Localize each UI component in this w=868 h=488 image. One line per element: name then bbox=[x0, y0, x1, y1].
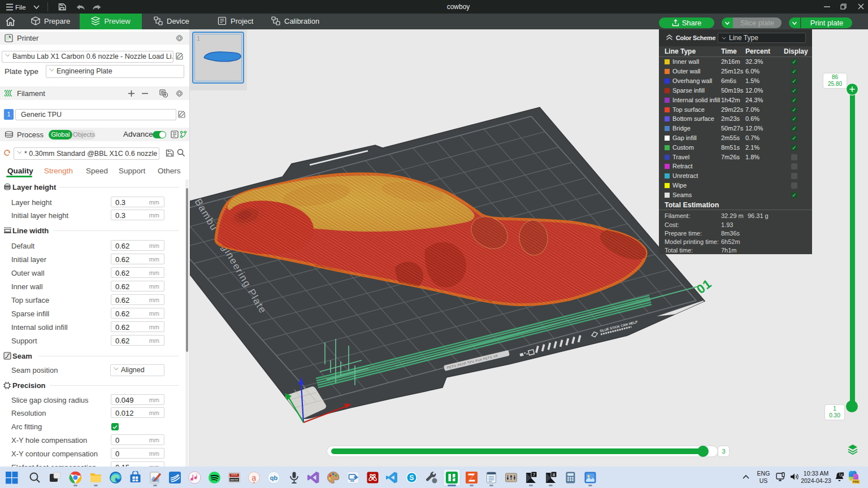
svg-text:VOICE: VOICE bbox=[231, 474, 237, 476]
svg-text:z: z bbox=[841, 473, 843, 476]
svg-text:File: File bbox=[15, 4, 26, 11]
svg-text:1: 1 bbox=[197, 35, 200, 42]
svg-text:a: a bbox=[252, 473, 257, 482]
svg-text:S: S bbox=[409, 474, 414, 482]
svg-text:PRE: PRE bbox=[853, 480, 860, 483]
svg-text:8: 8 bbox=[553, 472, 555, 477]
svg-text:qb: qb bbox=[270, 474, 278, 481]
svg-text:MEETER: MEETER bbox=[230, 479, 238, 481]
svg-text:7: 7 bbox=[533, 472, 536, 477]
